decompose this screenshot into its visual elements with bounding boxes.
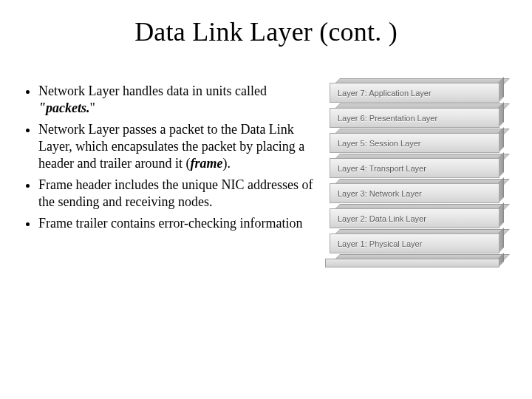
bullet-text: Frame trailer contains error-checking in… — [38, 216, 303, 231]
bullet-text: ). — [222, 156, 231, 171]
list-item: Frame trailer contains error-checking in… — [38, 215, 325, 232]
osi-layer-label: Layer 3: Network Layer — [330, 183, 499, 203]
slide: Data Link Layer (cont. ) Network Layer h… — [0, 0, 532, 399]
bullet-text: Network Layer passes a packet to the Dat… — [38, 122, 304, 171]
osi-layer-2: Layer 2: Data Link Layer — [330, 208, 499, 228]
bullet-emphasis: frame — [190, 156, 222, 171]
osi-layer-4: Layer 4: Transport Layer — [330, 158, 499, 178]
osi-layer-1: Layer 1: Physical Layer — [330, 233, 499, 253]
osi-diagram: Layer 7: Application Layer Layer 6: Pres… — [325, 83, 502, 267]
block-front-face — [325, 259, 499, 267]
osi-stack: Layer 7: Application Layer Layer 6: Pres… — [330, 83, 499, 267]
osi-layer-6: Layer 6: Presentation Layer — [330, 108, 499, 128]
osi-layer-label: Layer 2: Data Link Layer — [330, 208, 499, 228]
list-item: Network Layer passes a packet to the Dat… — [38, 121, 325, 172]
list-item: Network Layer handles data in units call… — [38, 83, 325, 117]
bullet-text: " — [89, 100, 95, 115]
slide-title: Data Link Layer (cont. ) — [0, 0, 532, 47]
osi-pedestal — [330, 259, 499, 267]
bullet-list: Network Layer handles data in units call… — [0, 83, 325, 267]
osi-layer-label: Layer 1: Physical Layer — [330, 233, 499, 253]
osi-layer-7: Layer 7: Application Layer — [330, 83, 499, 103]
osi-layer-label: Layer 5: Session Layer — [330, 133, 499, 153]
bullet-emphasis: "packets. — [38, 100, 89, 115]
bullet-text: Frame header includes the unique NIC add… — [38, 177, 313, 209]
bullet-text: Network Layer handles data in units call… — [38, 83, 267, 98]
osi-layer-label: Layer 6: Presentation Layer — [330, 108, 499, 128]
osi-layer-3: Layer 3: Network Layer — [330, 183, 499, 203]
osi-layer-label: Layer 7: Application Layer — [330, 83, 499, 103]
osi-layer-5: Layer 5: Session Layer — [330, 133, 499, 153]
osi-layer-label: Layer 4: Transport Layer — [330, 158, 499, 178]
list-item: Frame header includes the unique NIC add… — [38, 177, 325, 211]
slide-body: Network Layer handles data in units call… — [0, 47, 532, 267]
